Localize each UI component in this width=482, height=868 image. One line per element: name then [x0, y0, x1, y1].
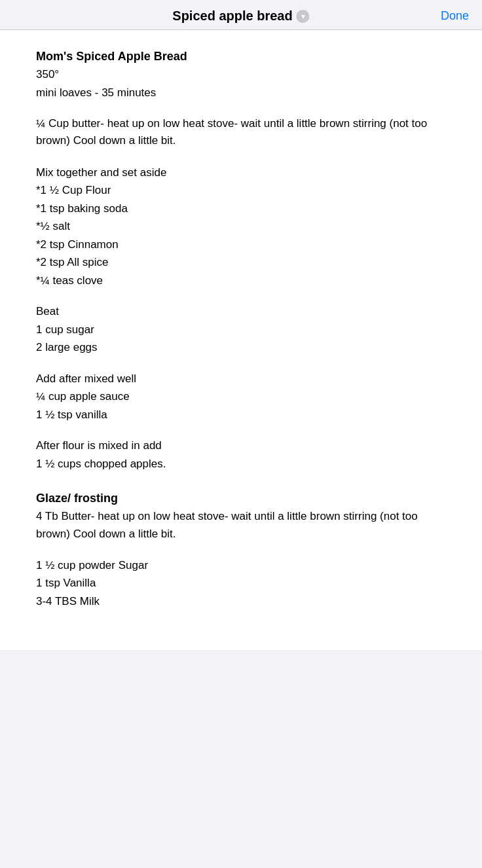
beat-section: Beat 1 cup sugar 2 large eggs — [36, 303, 446, 356]
page-title: Spiced apple bread — [172, 9, 292, 24]
mix-item-4: *2 tsp Cinnamon — [36, 236, 446, 253]
mix-header: Mix together and set aside — [36, 164, 446, 181]
chevron-down-icon[interactable]: ▾ — [297, 10, 310, 23]
glaze-title: Glaze/ frosting — [36, 492, 446, 505]
mix-item-6: *¼ teas clove — [36, 272, 446, 289]
beat-item-1: 1 cup sugar — [36, 321, 446, 338]
flour-item: 1 ½ cups chopped apples. — [36, 456, 446, 473]
recipe-content: Mom's Spiced Apple Bread 350° mini loave… — [0, 30, 482, 650]
add-header: Add after mixed well — [36, 371, 446, 388]
add-item-2: 1 ½ tsp vanilla — [36, 407, 446, 424]
app-header: Spiced apple bread ▾ Done — [0, 0, 482, 30]
add-item-1: ¼ cup apple sauce — [36, 388, 446, 405]
butter-step: ¼ Cup butter- heat up on low heat stove-… — [36, 115, 446, 150]
recipe-title: Mom's Spiced Apple Bread — [36, 50, 446, 63]
done-button[interactable]: Done — [441, 9, 469, 23]
mix-item-2: *1 tsp baking soda — [36, 200, 446, 217]
glaze-step: 4 Tb Butter- heat up on low heat stove- … — [36, 508, 446, 543]
recipe-bake-time: mini loaves - 35 minutes — [36, 84, 446, 101]
mix-section: Mix together and set aside *1 ½ Cup Flou… — [36, 164, 446, 289]
flour-note: After flour is mixed in add — [36, 437, 446, 454]
beat-item-2: 2 large eggs — [36, 339, 446, 356]
beat-header: Beat — [36, 303, 446, 320]
mix-item-5: *2 tsp All spice — [36, 254, 446, 271]
header-title-group: Spiced apple bread ▾ — [172, 9, 309, 24]
mix-item-1: *1 ½ Cup Flour — [36, 182, 446, 199]
flour-section: After flour is mixed in add 1 ½ cups cho… — [36, 437, 446, 472]
recipe-temp: 350° — [36, 66, 446, 83]
recipe-header-section: Mom's Spiced Apple Bread 350° mini loave… — [36, 50, 446, 101]
glaze-item-3: 3-4 TBS Milk — [36, 593, 446, 610]
glaze-item-2: 1 tsp Vanilla — [36, 575, 446, 592]
glaze-item-1: 1 ½ cup powder Sugar — [36, 557, 446, 574]
add-section: Add after mixed well ¼ cup apple sauce 1… — [36, 371, 446, 424]
glaze-section: Glaze/ frosting 4 Tb Butter- heat up on … — [36, 492, 446, 609]
mix-item-3: *½ salt — [36, 218, 446, 235]
